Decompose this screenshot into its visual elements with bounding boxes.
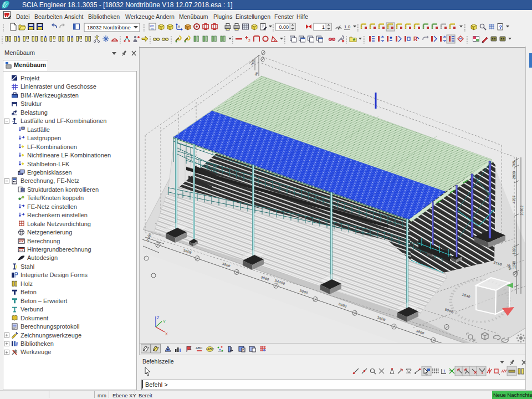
svg-text:B: B [242,349,244,352]
svg-text:ABC: ABC [196,346,203,350]
svg-text:ABC: ABC [207,347,214,351]
